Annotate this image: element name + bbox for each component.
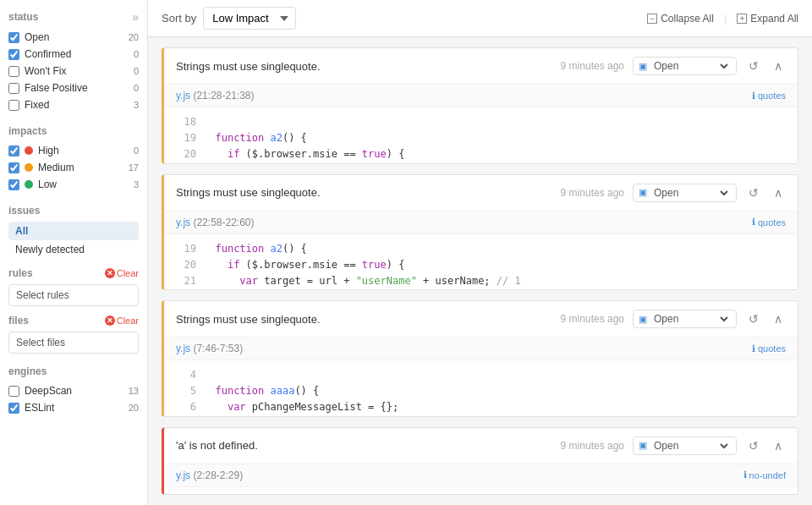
- status-filters: Open 20 Confirmed 0 Won't Fix 0 False Po…: [8, 29, 139, 113]
- filter-high-label: High: [38, 145, 129, 156]
- filter-fixed-checkbox[interactable]: [8, 100, 19, 111]
- filter-wontfix[interactable]: Won't Fix 0: [8, 63, 139, 80]
- issue-1-refresh-btn[interactable]: ↺: [745, 58, 762, 74]
- filter-low[interactable]: Low 3: [8, 176, 139, 193]
- issue-3-meta: 9 minutes ago ▣ OpenConfirmedWon't FixFa…: [561, 310, 786, 328]
- issue-card-2: Strings must use singlequote. 9 minutes …: [162, 174, 798, 291]
- filter-medium[interactable]: Medium 17: [8, 159, 139, 176]
- filter-falsepositive[interactable]: False Positive 0: [8, 80, 139, 96]
- issue-2-title: Strings must use singlequote.: [176, 186, 321, 199]
- info-icon-1: ℹ: [752, 91, 755, 102]
- issue-3-tag[interactable]: ℹ quotes: [752, 343, 786, 354]
- filter-deepscan[interactable]: DeepScan 13: [8, 382, 139, 399]
- sidebar-collapse-btn[interactable]: »: [132, 10, 139, 24]
- issue-2-code: 19 function a2() { 20 if ($.browser.msie…: [164, 234, 798, 291]
- issue-2-file-row: y.js (22:58-22:60) ℹ quotes: [164, 211, 798, 234]
- files-clear-label: Clear: [117, 316, 139, 326]
- main-content: Sort by Low Impact High Impact Newest Ol…: [148, 0, 812, 505]
- filter-confirmed-checkbox[interactable]: [8, 49, 19, 60]
- filter-deepscan-label: DeepScan: [25, 385, 123, 397]
- expand-all-btn[interactable]: + Expand All: [737, 13, 798, 25]
- toolbar-actions: − Collapse All | + Expand All: [647, 12, 798, 25]
- expand-all-label: Expand All: [750, 13, 798, 25]
- toolbar-divider: |: [724, 12, 727, 25]
- status-section-header: status »: [8, 10, 139, 24]
- issue-4-status-select[interactable]: OpenConfirmedWon't FixFalse PositiveFixe…: [650, 439, 731, 453]
- issue-3-status-select[interactable]: OpenConfirmedWon't FixFalse PositiveFixe…: [650, 312, 731, 326]
- impacts-title: impacts: [8, 125, 47, 137]
- issue-3-file: y.js (7:46-7:53): [176, 343, 243, 354]
- filter-deepscan-checkbox[interactable]: [8, 386, 19, 397]
- issue-1-meta: 9 minutes ago ▣ OpenConfirmedWon't FixFa…: [561, 57, 786, 75]
- issues-all-btn[interactable]: All: [8, 222, 139, 240]
- code-line: 20 if ($.browser.msie == true) {: [176, 257, 786, 273]
- issue-2-status-icon: ▣: [639, 187, 647, 198]
- filter-high-count: 0: [134, 145, 139, 156]
- sort-label: Sort by: [162, 12, 196, 25]
- code-line: 7 var param = typeof pChangeMessageList …: [176, 416, 786, 417]
- filter-high[interactable]: High 0: [8, 142, 139, 159]
- filter-eslint-checkbox[interactable]: [8, 403, 19, 414]
- files-select-btn[interactable]: Select files: [8, 332, 139, 354]
- issue-3-status-container: ▣ OpenConfirmedWon't FixFalse PositiveFi…: [633, 310, 737, 328]
- files-clear-btn[interactable]: ✕ Clear: [105, 316, 139, 326]
- issue-1-code: 18 19 function a2() { 20 if ($.browser.m…: [164, 107, 798, 164]
- rules-select-btn[interactable]: Select rules: [8, 284, 139, 306]
- code-line: 6 var pChangeMessageList = {};: [176, 399, 786, 415]
- issue-2-status-select[interactable]: OpenConfirmedWon't FixFalse PositiveFixe…: [650, 186, 731, 200]
- issues-newly-btn[interactable]: Newly detected: [8, 240, 139, 259]
- files-clear-icon: ✕: [105, 316, 115, 326]
- toolbar: Sort by Low Impact High Impact Newest Ol…: [148, 0, 812, 37]
- issue-1-tag[interactable]: ℹ quotes: [752, 91, 786, 102]
- impacts-section-header: impacts: [8, 125, 139, 137]
- issue-4-file-row: y.js (2:28-2:29) ℹ no-undef: [164, 464, 798, 487]
- collapse-all-btn[interactable]: − Collapse All: [647, 13, 714, 25]
- issue-2-header: Strings must use singlequote. 9 minutes …: [164, 175, 798, 211]
- issue-2-collapse-btn[interactable]: ∧: [771, 184, 786, 201]
- rules-section-header: rules ✕ Clear: [8, 267, 139, 279]
- issue-4-tag[interactable]: ℹ no-undef: [743, 469, 786, 480]
- filter-fixed[interactable]: Fixed 3: [8, 96, 139, 113]
- expand-box-icon: +: [737, 14, 747, 24]
- filter-open-checkbox[interactable]: [8, 32, 19, 43]
- filter-falsepositive-count: 0: [134, 83, 139, 93]
- issue-2-file: y.js (22:58-22:60): [176, 217, 255, 228]
- issue-2-tag[interactable]: ℹ quotes: [752, 217, 786, 228]
- filter-medium-checkbox[interactable]: [8, 162, 19, 173]
- collapse-box-icon: −: [647, 14, 657, 24]
- issue-4-header: 'a' is not defined. 9 minutes ago ▣ Open…: [164, 428, 798, 464]
- issue-1-file-row: y.js (21:28-21:38) ℹ quotes: [164, 85, 798, 107]
- issue-3-title: Strings must use singlequote.: [176, 313, 321, 326]
- issue-3-code: 4 5 function aaaa() { 6 var pChangeMessa…: [164, 360, 798, 417]
- issue-4-refresh-btn[interactable]: ↺: [745, 437, 762, 454]
- issue-4-status-container: ▣ OpenConfirmedWon't FixFalse PositiveFi…: [633, 436, 737, 455]
- code-line: 22 target = url.replace(/\\.|\?|\&|\/|\=…: [176, 289, 786, 290]
- issue-1-collapse-btn[interactable]: ∧: [771, 58, 786, 74]
- issue-2-refresh-btn[interactable]: ↺: [745, 184, 762, 201]
- issue-4-collapse-btn[interactable]: ∧: [771, 437, 786, 454]
- medium-dot: [25, 163, 33, 172]
- filter-open-count: 20: [129, 32, 139, 42]
- issue-card-3: Strings must use singlequote. 9 minutes …: [162, 300, 798, 417]
- filter-falsepositive-checkbox[interactable]: [8, 83, 19, 94]
- filter-high-checkbox[interactable]: [8, 145, 19, 156]
- engines-section-header: engines: [8, 365, 139, 377]
- filter-eslint-label: ESLint: [25, 402, 123, 414]
- sort-select[interactable]: Low Impact High Impact Newest Oldest: [203, 7, 296, 30]
- filter-confirmed[interactable]: Confirmed 0: [8, 46, 139, 63]
- issue-4-file: y.js (2:28-2:29): [176, 469, 243, 481]
- collapse-all-label: Collapse All: [661, 13, 714, 25]
- issue-3-refresh-btn[interactable]: ↺: [745, 310, 762, 327]
- issues-section-header: issues: [8, 205, 139, 217]
- filter-open[interactable]: Open 20: [8, 29, 139, 46]
- filter-low-checkbox[interactable]: [8, 179, 19, 190]
- status-title: status: [8, 11, 38, 23]
- low-dot: [25, 180, 33, 189]
- code-line: 4: [176, 367, 786, 383]
- issue-4-title: 'a' is not defined.: [176, 439, 258, 452]
- filter-wontfix-checkbox[interactable]: [8, 66, 19, 77]
- rules-clear-btn[interactable]: ✕ Clear: [105, 268, 139, 278]
- issue-3-collapse-btn[interactable]: ∧: [771, 310, 786, 327]
- filter-eslint[interactable]: ESLint 20: [8, 399, 139, 416]
- issue-1-status-select[interactable]: OpenConfirmedWon't FixFalse PositiveFixe…: [650, 59, 731, 73]
